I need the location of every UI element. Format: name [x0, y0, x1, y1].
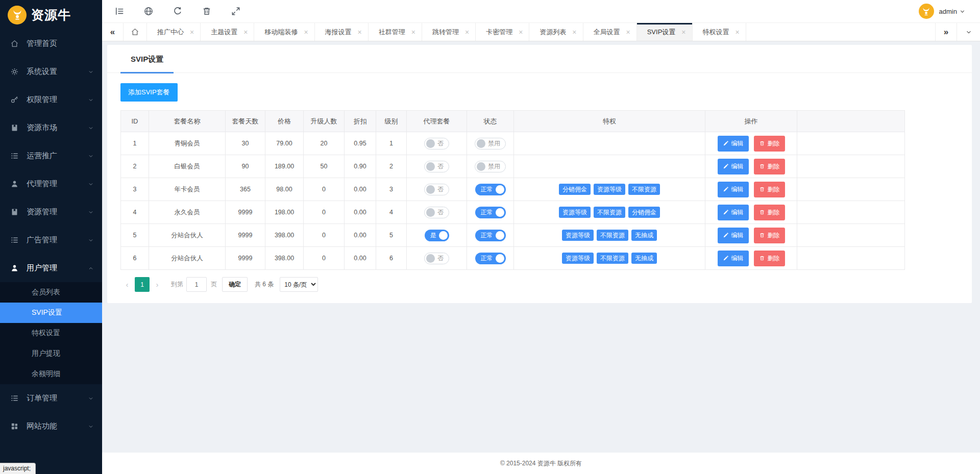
add-svip-button[interactable]: 添加SVIP套餐: [120, 83, 178, 102]
tab-特权设置[interactable]: 特权设置×: [693, 23, 746, 41]
sidebar-item-管理首页[interactable]: 管理首页: [0, 30, 102, 58]
toggle-label: 正常: [481, 231, 493, 240]
status-toggle[interactable]: 禁用: [475, 161, 506, 172]
tab-close-icon[interactable]: ×: [243, 28, 248, 36]
delete-button[interactable]: 删除: [754, 182, 785, 197]
agent-package-toggle[interactable]: 否: [424, 184, 449, 195]
tab-close-icon[interactable]: ×: [304, 28, 308, 36]
card-header: SVIP设置: [107, 45, 972, 73]
status-toggle[interactable]: 正常: [475, 230, 506, 241]
sidebar-item-资源市场[interactable]: 资源市场: [0, 114, 102, 142]
tab-close-icon[interactable]: ×: [358, 28, 362, 36]
brand[interactable]: 资源牛: [0, 0, 102, 30]
sidebar-item-系统设置[interactable]: 系统设置: [0, 58, 102, 86]
tab-close-icon[interactable]: ×: [190, 28, 194, 36]
sidebar-item-代理管理[interactable]: 代理管理: [0, 170, 102, 198]
toggle-label: 禁用: [488, 139, 500, 148]
sidebar-subitem-余额明细[interactable]: 余额明细: [0, 364, 102, 384]
tab-close-icon[interactable]: ×: [626, 28, 630, 36]
sidebar-item-权限管理[interactable]: 权限管理: [0, 86, 102, 114]
delete-button[interactable]: 删除: [754, 228, 785, 243]
agent-package-toggle[interactable]: 否: [424, 138, 449, 149]
agent-package-toggle[interactable]: 否: [424, 161, 449, 172]
tab-close-icon[interactable]: ×: [736, 28, 740, 36]
status-toggle[interactable]: 正常: [475, 253, 506, 264]
cell-level: 4: [376, 201, 407, 224]
home-tab-icon[interactable]: [124, 23, 147, 41]
status-toggle[interactable]: 正常: [475, 207, 506, 218]
toggle-label: 否: [437, 139, 444, 148]
user-icon: [10, 264, 19, 272]
table-row: 6分站合伙人9999398.0000.006否正常资源等级不限资源无抽成编辑删除: [121, 247, 905, 270]
trash-icon: [759, 163, 765, 169]
delete-button[interactable]: 删除: [754, 205, 785, 220]
edit-button[interactable]: 编辑: [718, 182, 749, 197]
edit-button[interactable]: 编辑: [718, 228, 749, 243]
tab-跳转管理[interactable]: 跳转管理×: [422, 23, 476, 41]
user-menu[interactable]: admin: [919, 4, 966, 19]
edit-button[interactable]: 编辑: [718, 159, 749, 174]
edit-button[interactable]: 编辑: [718, 205, 749, 220]
sidebar-item-资源管理[interactable]: 资源管理: [0, 198, 102, 226]
goto-page-input[interactable]: [186, 277, 207, 292]
tab-SVIP设置[interactable]: SVIP设置×: [637, 23, 693, 41]
status-toggle[interactable]: 禁用: [475, 138, 506, 149]
sidebar-subitem-SVIP设置[interactable]: SVIP设置: [0, 303, 102, 323]
tab-close-icon[interactable]: ×: [681, 28, 685, 36]
toggle-knob: [496, 254, 504, 263]
next-page-icon[interactable]: ›: [151, 278, 164, 292]
sidebar-item-广告管理[interactable]: 广告管理: [0, 226, 102, 254]
tab-全局设置[interactable]: 全局设置×: [583, 23, 637, 41]
sidebar-item-用户管理[interactable]: 用户管理: [0, 254, 102, 282]
collapse-sidebar-icon[interactable]: [114, 6, 125, 16]
tabs-scroll-right-button[interactable]: »: [935, 23, 957, 41]
tab-主题设置[interactable]: 主题设置×: [201, 23, 254, 41]
prev-page-icon[interactable]: ‹: [120, 278, 134, 292]
tab-close-icon[interactable]: ×: [519, 28, 523, 36]
cell-privileges: 资源等级不限资源分销佣金: [514, 201, 705, 224]
sidebar-subitem-特权设置[interactable]: 特权设置: [0, 323, 102, 343]
cell-discount: 0.90: [345, 155, 376, 178]
status-toggle[interactable]: 正常: [475, 184, 506, 195]
sidebar-subitem-用户提现[interactable]: 用户提现: [0, 343, 102, 364]
tab-移动端装修[interactable]: 移动端装修×: [254, 23, 314, 41]
table-body: 1青铜会员3079.00200.951否禁用编辑删除2白银会员90189.005…: [121, 132, 905, 270]
fullscreen-icon[interactable]: [231, 6, 241, 16]
sidebar-subitem-会员列表[interactable]: 会员列表: [0, 282, 102, 303]
tab-资源列表[interactable]: 资源列表×: [529, 23, 583, 41]
agent-package-toggle[interactable]: 否: [424, 253, 449, 264]
tab-海报设置[interactable]: 海报设置×: [315, 23, 369, 41]
toggle-knob: [426, 162, 435, 171]
sidebar-item-label: 权限管理: [27, 95, 88, 105]
cell-price: 98.00: [265, 178, 304, 201]
page-number-button[interactable]: 1: [135, 277, 150, 292]
tab-close-icon[interactable]: ×: [411, 28, 415, 36]
tab-close-icon[interactable]: ×: [572, 28, 576, 36]
confirm-page-button[interactable]: 确定: [222, 277, 248, 292]
cell-privileges: [514, 155, 705, 178]
refresh-icon[interactable]: [173, 6, 183, 16]
tabs-dropdown-button[interactable]: [957, 23, 980, 41]
trash-icon[interactable]: [202, 6, 212, 16]
delete-button[interactable]: 删除: [754, 136, 785, 152]
tab-推广中心[interactable]: 推广中心×: [147, 23, 201, 41]
delete-button[interactable]: 删除: [754, 159, 785, 174]
edit-button[interactable]: 编辑: [718, 251, 749, 266]
tab-卡密管理[interactable]: 卡密管理×: [476, 23, 529, 41]
page-size-select[interactable]: 10 条/页: [280, 277, 318, 292]
globe-icon[interactable]: [143, 6, 154, 16]
sidebar-item-运营推广[interactable]: 运营推广: [0, 142, 102, 170]
sidebar-item-订单管理[interactable]: 订单管理: [0, 384, 102, 412]
col-header-状态: 状态: [467, 111, 514, 132]
agent-package-toggle[interactable]: 否: [424, 207, 449, 218]
edit-button[interactable]: 编辑: [718, 136, 749, 152]
sidebar-item-网站功能[interactable]: 网站功能: [0, 412, 102, 440]
tabs-scroll-left-button[interactable]: «: [102, 23, 124, 41]
table-row: 1青铜会员3079.00200.951否禁用编辑删除: [121, 132, 905, 155]
tab-社群管理[interactable]: 社群管理×: [369, 23, 422, 41]
tab-close-icon[interactable]: ×: [465, 28, 469, 36]
cell-price: 79.00: [265, 132, 304, 155]
delete-button[interactable]: 删除: [754, 251, 785, 266]
page-title[interactable]: SVIP设置: [120, 55, 174, 73]
agent-package-toggle[interactable]: 是: [425, 230, 449, 241]
